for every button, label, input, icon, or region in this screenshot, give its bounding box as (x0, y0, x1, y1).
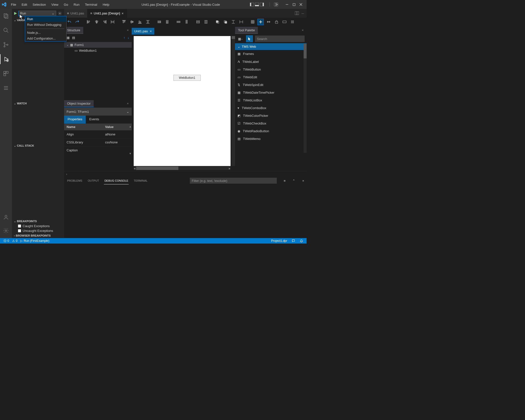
inspector-tab[interactable]: Object Inspector (64, 100, 94, 107)
scroll-down-icon[interactable]: ▾ (129, 152, 131, 155)
section-browser-breakpoints[interactable]: ›BROWSER BREAKPOINTS (12, 233, 64, 238)
menu-terminal[interactable]: Terminal (82, 1, 100, 8)
tab-order-icon[interactable] (265, 19, 272, 25)
palette-item-frames[interactable]: ▦Frames (235, 50, 307, 58)
palette-view-icon[interactable]: ▦ ⌄ (237, 35, 244, 42)
breadcrumb-chevron-icon[interactable]: › (66, 172, 67, 176)
distribute-h-icon[interactable] (156, 19, 162, 25)
settings-icon[interactable]: ≡ (284, 179, 286, 183)
activity-source-control-icon[interactable] (0, 40, 12, 50)
checkbox[interactable] (18, 224, 21, 228)
maximize-icon[interactable] (292, 2, 296, 7)
menu-run[interactable]: Run (71, 1, 82, 8)
palette-search-input[interactable]: Search (255, 36, 305, 42)
close-icon[interactable]: × (150, 29, 152, 33)
activity-search-icon[interactable] (0, 25, 12, 35)
tab-unit1-design[interactable]: ≡ Unit1.pas [Design] × (87, 9, 127, 18)
status-feedback-icon[interactable] (290, 239, 297, 243)
grid-settings-icon[interactable] (289, 19, 296, 25)
dropdown-item-nodejs[interactable]: Node.js... (25, 30, 66, 36)
center-form-v-icon[interactable] (238, 19, 244, 25)
palette-scrollbar[interactable] (304, 43, 307, 153)
space-equal-v-icon[interactable] (183, 19, 190, 25)
move-down-icon[interactable]: ↓ (128, 36, 129, 40)
scroll-up-icon[interactable]: ▴ (129, 125, 131, 128)
snap-grid-icon[interactable] (249, 19, 256, 25)
tab-unit1[interactable]: ≡ Unit1.pas (64, 9, 87, 18)
align-justify-h-icon[interactable] (109, 19, 116, 25)
debug-filter-input[interactable]: Filter (e.g. text, !exclude) (190, 178, 277, 184)
tab-terminal[interactable]: TERMINAL (133, 177, 148, 184)
status-warnings[interactable]: ⚠0 (11, 239, 19, 243)
properties-tab[interactable]: Properties (64, 116, 86, 124)
redo-icon[interactable] (74, 19, 81, 25)
activity-settings-icon[interactable] (0, 226, 12, 236)
more-icon[interactable]: ··· (301, 11, 304, 15)
palette-item-twebbutton[interactable]: ▭TWebButton (235, 66, 307, 73)
layout-left-icon[interactable] (250, 2, 254, 7)
prop-row-csslibrary[interactable]: CSSLibrarycssNone (64, 138, 132, 146)
menu-go[interactable]: Go (61, 1, 71, 8)
inspector-scrollbar[interactable]: ▴ ▾ (129, 124, 132, 155)
menu-help[interactable]: Help (100, 1, 112, 8)
tab-problems[interactable]: PROBLEMS (67, 177, 83, 184)
close-tab-icon[interactable]: × (121, 11, 123, 15)
events-tab[interactable]: Events (86, 116, 103, 124)
tab-debug-console[interactable]: DEBUG CONSOLE (104, 177, 129, 184)
move-up-icon[interactable]: ↑ (123, 36, 125, 40)
checkbox[interactable] (18, 229, 21, 232)
structure-tab[interactable]: Structure (64, 27, 83, 34)
prop-row-align[interactable]: AlignalNone (64, 130, 132, 138)
align-center-v-icon[interactable] (129, 19, 135, 25)
section-callstack[interactable]: ⌄CALL STACK (12, 143, 64, 148)
status-run[interactable]: ▷Run (FirstExample) (19, 239, 51, 243)
dropdown-item-run[interactable]: Run (25, 16, 66, 22)
palette-item-twebdatetimepicker[interactable]: ▦TWebDateTimePicker (235, 89, 307, 96)
palette-item-twebedit[interactable]: ▭TWebEdit (235, 73, 307, 81)
inspector-object-select[interactable]: Form1: TForm1 ⌄ (64, 108, 132, 116)
align-left-icon[interactable] (85, 19, 92, 25)
same-height-icon[interactable] (203, 19, 209, 25)
menu-view[interactable]: View (49, 1, 61, 8)
expand-all-icon[interactable]: ▦ (67, 36, 70, 40)
activity-accounts-icon[interactable] (0, 212, 12, 222)
undo-icon[interactable] (66, 19, 73, 25)
dropdown-item-add-config[interactable]: Add Configuration... (25, 36, 66, 41)
align-center-h-icon[interactable] (93, 19, 100, 25)
breakpoint-uncaught[interactable]: Uncaught Exceptions (12, 228, 64, 233)
palette-item-twebcheckbox[interactable]: ☑TWebCheckBox (235, 120, 307, 127)
design-file-tab[interactable]: Unit1.pas × (132, 28, 154, 35)
status-errors[interactable]: ⓧ0 (2, 239, 11, 243)
align-top-icon[interactable] (121, 19, 127, 25)
section-watch[interactable]: ⌄WATCH (12, 101, 64, 106)
palette-tab[interactable]: Tool Palette (235, 27, 258, 34)
panel-maximize-icon[interactable]: ⌃ (292, 179, 295, 183)
menu-selection[interactable]: Selection (30, 1, 48, 8)
align-justify-v-icon[interactable] (145, 19, 151, 25)
status-bell-icon[interactable] (298, 239, 305, 243)
close-icon[interactable]: × (127, 28, 132, 32)
space-equal-h-icon[interactable] (175, 19, 182, 25)
split-editor-icon[interactable] (295, 11, 299, 15)
align-bottom-icon[interactable] (137, 19, 143, 25)
palette-item-twebcolorpicker[interactable]: ◩TWebColorPicker (235, 112, 307, 120)
palette-item-twebradiobutton[interactable]: ◉TWebRadioButton (235, 127, 307, 135)
distribute-v-icon[interactable] (164, 19, 170, 25)
close-icon[interactable]: × (127, 102, 132, 105)
activity-extensions-icon[interactable] (0, 69, 12, 79)
form-canvas[interactable]: WebButton1 (134, 36, 231, 166)
align-right-icon[interactable] (101, 19, 108, 25)
menu-file[interactable]: File (8, 1, 19, 8)
menu-edit[interactable]: Edit (19, 1, 30, 8)
palette-pointer-icon[interactable] (246, 35, 253, 42)
customize-layout-icon[interactable] (274, 2, 278, 7)
toggle-grid-icon[interactable] (257, 19, 264, 25)
section-breakpoints[interactable]: ⌄BREAKPOINTS (12, 219, 64, 224)
tab-output[interactable]: OUTPUT (87, 177, 99, 184)
canvas-vscrollbar[interactable] (232, 36, 235, 166)
collapse-all-icon[interactable]: ▤ (72, 36, 75, 40)
keyboard-icon[interactable] (281, 19, 288, 25)
lock-icon[interactable] (273, 19, 280, 25)
palette-item-twebspinedit[interactable]: ⇅TWebSpinEdit (235, 81, 307, 89)
palette-item-twebcombobox[interactable]: ▾TWebComboBox (235, 104, 307, 112)
